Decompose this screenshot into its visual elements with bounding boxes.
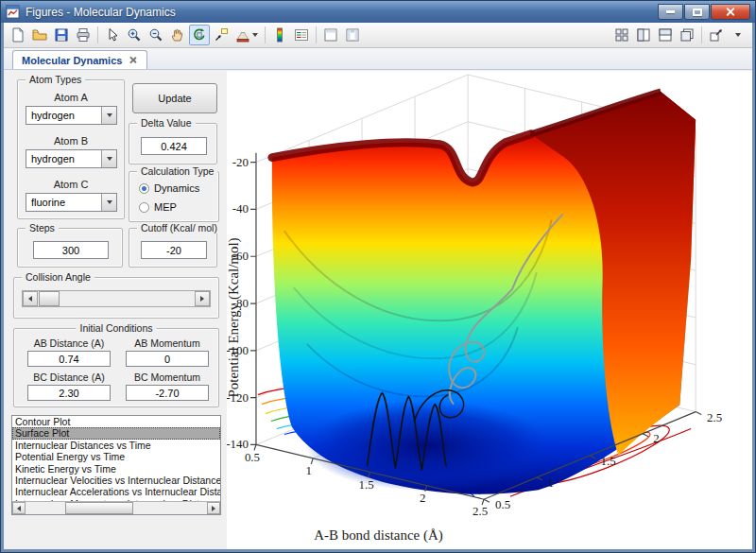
show-plot-tools-button[interactable]	[342, 25, 363, 45]
layout-cascade-button[interactable]	[677, 25, 697, 45]
slider-thumb[interactable]	[39, 291, 60, 306]
calculation-type-group: Calculation Type Dynamics MEP	[129, 171, 219, 222]
ab-distance-field[interactable]	[27, 351, 111, 367]
y-axis-label: Potential Energy (Kcal/mol)	[227, 237, 242, 397]
pointer-tool-button[interactable]	[102, 25, 123, 45]
mep-radio-row[interactable]: MEP	[139, 201, 177, 213]
list-item-selected[interactable]: Surface Plot	[12, 427, 220, 439]
insert-legend-button[interactable]	[291, 25, 312, 45]
list-item[interactable]: Contour Plot	[12, 416, 220, 427]
print-button[interactable]	[73, 25, 94, 45]
layout-split-top-button[interactable]	[655, 25, 676, 45]
z-tick: 2	[653, 431, 659, 445]
cutoff-title: Cutoff (Kcal/ mol)	[137, 222, 221, 233]
z-tick: 0.5	[495, 497, 510, 511]
print-icon	[76, 27, 91, 43]
app-window: Figures - Molecular Dynamics	[0, 0, 756, 553]
layout-split-left-button[interactable]	[633, 25, 654, 45]
new-figure-icon	[10, 27, 26, 43]
atom-a-select[interactable]: hydrogen	[26, 106, 117, 125]
update-button[interactable]: Update	[132, 83, 217, 113]
bc-momentum-field[interactable]	[126, 385, 209, 401]
legend-icon	[294, 27, 309, 43]
pan-button[interactable]	[167, 25, 188, 45]
slider-right-arrow[interactable]	[195, 291, 210, 306]
initial-conditions-group: Initial Conditions AB Distance (A) AB Mo…	[13, 328, 219, 407]
steps-field[interactable]	[33, 241, 109, 259]
atom-b-dropdown-icon[interactable]	[101, 150, 116, 167]
open-button[interactable]	[29, 25, 50, 45]
bc-momentum-label: BC Momentum	[120, 372, 215, 383]
slider-track[interactable]	[38, 291, 195, 306]
delta-value-title: Delta Value	[137, 117, 196, 129]
atom-c-value: fluorine	[26, 197, 65, 208]
brush-icon	[235, 27, 250, 43]
ab-momentum-field[interactable]	[126, 351, 209, 367]
colorbar-icon	[272, 27, 287, 43]
slider-left-arrow[interactable]	[23, 291, 38, 306]
mep-radio[interactable]	[139, 202, 149, 213]
zoom-out-button[interactable]	[146, 25, 166, 45]
layout-cascade-icon	[679, 27, 695, 43]
x-tick: 2	[420, 491, 425, 505]
undock-button[interactable]	[706, 25, 727, 45]
close-button[interactable]	[711, 4, 750, 20]
toolbar-separator	[316, 26, 317, 43]
undock-icon	[709, 27, 724, 43]
insert-colorbar-button[interactable]	[269, 25, 290, 45]
layout-split-top-icon	[658, 27, 673, 43]
cutoff-field[interactable]	[141, 241, 207, 259]
x-tick: 0.5	[245, 450, 260, 464]
atom-b-select[interactable]: hydrogen	[26, 149, 117, 168]
data-cursor-button[interactable]	[211, 25, 232, 45]
list-item[interactable]: Internuclear Distances vs Time	[12, 440, 220, 451]
steps-title: Steps	[26, 222, 59, 233]
x-tick: 1	[306, 463, 312, 477]
plot-area[interactable]: -20 -40 -60 -80 -100 -120 -140 0.5 1 1.5…	[227, 71, 752, 549]
minimize-button[interactable]	[658, 4, 683, 20]
list-item[interactable]: Potential Energy vs Time	[12, 451, 220, 462]
hide-plot-tools-icon	[323, 27, 338, 43]
bc-distance-field[interactable]	[27, 385, 111, 401]
window-title: Figures - Molecular Dynamics	[26, 6, 176, 19]
pointer-icon	[105, 27, 120, 43]
control-panel: Atom Types Atom A hydrogen Atom B hydrog…	[4, 71, 227, 549]
zoom-in-button[interactable]	[124, 25, 145, 45]
cutoff-group: Cutoff (Kcal/ mol)	[129, 228, 217, 268]
listbox-scroll-left-arrow[interactable]	[12, 502, 26, 514]
rotate-3d-button[interactable]	[189, 25, 210, 45]
toolbar-separator	[97, 26, 98, 43]
list-item[interactable]: Kinetic Energy vs Time	[12, 463, 220, 475]
new-figure-button[interactable]	[8, 25, 28, 45]
listbox-scroll-right-arrow[interactable]	[207, 502, 220, 514]
title-bar[interactable]: Figures - Molecular Dynamics	[1, 1, 755, 23]
list-item[interactable]: Internuclear Velocities vs Internuclear …	[12, 475, 220, 486]
atom-c-select[interactable]: fluorine	[26, 193, 117, 212]
hide-plot-tools-button[interactable]	[320, 25, 341, 45]
atom-c-dropdown-icon[interactable]	[101, 194, 116, 211]
x-tick: 2.5	[472, 504, 488, 518]
plot-type-listbox[interactable]: Contour Plot Surface Plot Internuclear D…	[11, 415, 221, 515]
maximize-button[interactable]	[684, 4, 710, 20]
tab-molecular-dynamics[interactable]: Molecular Dynamics	[12, 50, 147, 69]
valley-minimum	[305, 401, 550, 492]
atom-a-dropdown-icon[interactable]	[101, 107, 116, 124]
save-button[interactable]	[51, 25, 72, 45]
collision-angle-slider[interactable]	[22, 290, 211, 307]
list-item[interactable]: Internuclear Accelerations vs Internucle…	[12, 486, 220, 497]
dynamics-radio[interactable]	[139, 183, 149, 194]
potential-energy-surface-plot[interactable]: -20 -40 -60 -80 -100 -120 -140 0.5 1 1.5…	[227, 71, 752, 549]
listbox-scroll-thumb[interactable]	[65, 502, 133, 514]
atom-a-label: Atom A	[18, 92, 124, 103]
show-plot-tools-icon	[345, 27, 360, 43]
brush-dropdown-icon[interactable]	[252, 33, 258, 37]
delta-value-field[interactable]	[141, 137, 207, 155]
listbox-scroll-track[interactable]	[26, 502, 207, 514]
dynamics-radio-row[interactable]: Dynamics	[139, 182, 199, 194]
tab-close-icon[interactable]	[129, 56, 138, 65]
mep-radio-label: MEP	[154, 201, 177, 213]
toolbar-overflow-button[interactable]	[728, 25, 748, 45]
listbox-hscrollbar[interactable]	[12, 501, 220, 514]
brush-button[interactable]	[232, 25, 261, 45]
layout-grid-button[interactable]	[611, 25, 632, 45]
